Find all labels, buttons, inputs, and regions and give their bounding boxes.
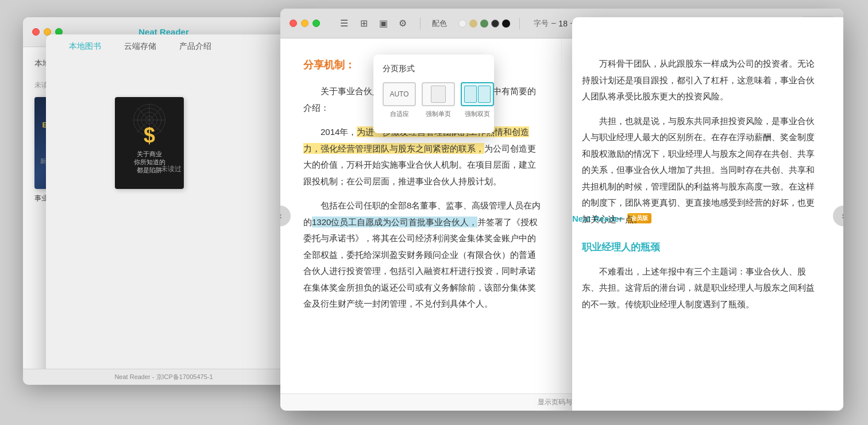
option-dual-box[interactable] — [461, 82, 494, 106]
front-minimize-button[interactable] — [301, 20, 308, 27]
toolbar-icons: ☰ ⊞ ▣ ⚙ — [336, 16, 411, 32]
right-heading: 职业经理人的瓶颈 — [582, 239, 820, 257]
option-single[interactable]: 强制单页 — [422, 82, 455, 118]
dual-page-right — [478, 86, 491, 103]
front-close-button[interactable] — [290, 20, 297, 27]
font-size-area: 字号 − 18 + — [534, 18, 575, 29]
back-footer: Neat Reader - 京ICP备17005475-1 — [23, 369, 304, 385]
right-para-1: 万科骨干团队，从此跟股东一样成为公司的投资者。无论持股计划还是项目跟投，都引入了… — [582, 56, 820, 105]
toolbar-separator — [420, 18, 421, 29]
color-dot-sepia[interactable] — [469, 20, 477, 28]
toolbar-separator-2 — [519, 18, 520, 29]
book-cover-2: $ 关于商业你所知道的都是陷阱 — [115, 97, 184, 189]
close-button[interactable] — [32, 28, 40, 36]
front-window: Neat Reader 会员版 ☰ ⊞ ▣ ⚙ 配色 字号 − 18 + 🔖 ⤢ — [280, 9, 843, 411]
font-decrease[interactable]: − — [551, 18, 556, 29]
option-single-box[interactable] — [422, 82, 455, 106]
grid-icon[interactable]: ⊞ — [356, 16, 372, 32]
back-window: Neat Reader 本地图书 云端存储 产品介绍 本地图书 ? 未读过 EN… — [23, 17, 304, 385]
option-single-label: 强制单页 — [426, 110, 451, 118]
color-dots — [458, 20, 510, 28]
prev-page-button[interactable]: ‹ — [280, 206, 291, 226]
option-auto-label: 自适应 — [390, 110, 409, 118]
nav-tabs: 本地图书 云端存储 产品介绍 — [46, 34, 304, 385]
tab-cloud-storage[interactable]: 云端存储 — [113, 34, 168, 385]
highlight-2: 1320位员工自愿成为公司首批事业合伙人， — [312, 217, 477, 227]
settings-icon[interactable]: ⚙ — [395, 16, 411, 32]
color-dot-dark[interactable] — [491, 20, 499, 28]
front-titlebar: Neat Reader 会员版 ☰ ⊞ ▣ ⚙ 配色 字号 − 18 + 🔖 ⤢ — [280, 9, 843, 38]
popup-options: AUTO 自适应 强制单页 强制双页 — [383, 82, 485, 118]
dollar-icon: $ — [144, 123, 155, 148]
option-auto[interactable]: AUTO 自适应 — [383, 82, 416, 118]
menu-icon[interactable]: ☰ — [336, 16, 352, 32]
layout-icon[interactable]: ▣ — [375, 16, 391, 32]
reader-body: ‹ 分享机制： 关于事业合伙人的完整介绍，在万科历年年报中有简要的介绍： 201… — [280, 38, 843, 393]
front-traffic-lights — [290, 20, 320, 27]
page-right: › 万科骨干团队，从此跟股东一样成为公司的投资者。无论持股计划还是项目跟投，都引… — [562, 38, 843, 393]
option-dual-label: 强制双页 — [465, 110, 490, 118]
font-label: 字号 — [534, 18, 549, 29]
color-dot-white[interactable] — [458, 20, 466, 28]
pagination-popup: 分页形式 AUTO 自适应 强制单页 强制双页 — [373, 55, 494, 133]
dual-page-left — [464, 86, 477, 103]
font-size-value: 18 — [558, 19, 568, 28]
left-para-3: 包括在公司任职的全部8名董事、监事、高级管理人员在内的1320位员工自愿成为公司… — [303, 198, 541, 312]
popup-title: 分页形式 — [383, 64, 485, 74]
right-para-2: 共担，也就是说，与股东共同承担投资风险，是事业合伙人与职业经理人最大的区别所在。… — [582, 113, 820, 228]
single-page-icon — [431, 86, 446, 103]
front-maximize-button[interactable] — [313, 20, 320, 27]
option-auto-box[interactable]: AUTO — [383, 82, 416, 106]
unread-label-2: 未读过 — [161, 164, 182, 174]
tab-product-intro[interactable]: 产品介绍 — [168, 34, 223, 385]
color-dot-black[interactable] — [502, 20, 510, 28]
next-page-button[interactable]: › — [833, 206, 843, 226]
option-dual[interactable]: 强制双页 — [461, 82, 494, 118]
right-para-3: 不难看出，上述年报中有三个主题词：事业合伙人、股东、共担。这背后的潜台词，就是职… — [582, 264, 820, 313]
left-para-2: 2014年，为进一步激发经营管理团队的工作热情和创造力，强化经营管理团队与股东之… — [303, 124, 541, 190]
color-label: 配色 — [432, 18, 447, 29]
color-dot-green[interactable] — [480, 20, 488, 28]
tab-local-books[interactable]: 本地图书 — [57, 34, 113, 385]
